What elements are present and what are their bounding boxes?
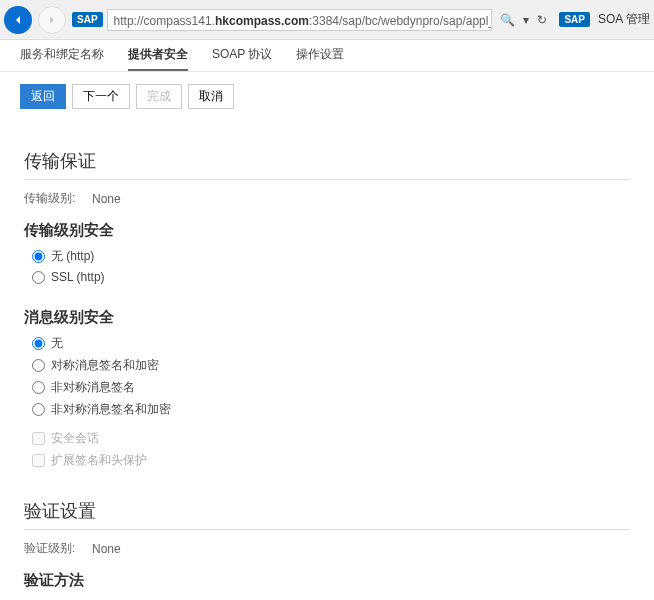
radio-none-http[interactable]: 无 (http) bbox=[32, 248, 630, 265]
transmission-level-label: 传输级别: bbox=[24, 190, 92, 207]
tab-service-binding[interactable]: 服务和绑定名称 bbox=[20, 46, 104, 71]
browser-forward-button[interactable] bbox=[38, 6, 66, 34]
auth-level-label: 验证级别: bbox=[24, 540, 92, 557]
url-bar[interactable]: http://compass141.hkcompass.com:3384/sap… bbox=[107, 9, 493, 31]
dropdown-icon[interactable]: ▾ bbox=[523, 13, 529, 27]
section-auth-settings: 验证设置 bbox=[24, 499, 630, 530]
subsection-auth-method: 验证方法 bbox=[24, 571, 630, 590]
check-extended-sign: 扩展签名和头保护 bbox=[32, 452, 630, 469]
auth-level-value: None bbox=[92, 542, 121, 556]
search-icon[interactable]: 🔍 bbox=[500, 13, 515, 27]
back-button[interactable]: 返回 bbox=[20, 84, 66, 109]
finish-button: 完成 bbox=[136, 84, 182, 109]
radio-symmetric[interactable]: 对称消息签名和加密 bbox=[32, 357, 630, 374]
check-secure-session: 安全会话 bbox=[32, 430, 630, 447]
subsection-transmission-security: 传输级别安全 bbox=[24, 221, 630, 240]
radio-msg-none[interactable]: 无 bbox=[32, 335, 630, 352]
arrow-right-icon bbox=[45, 13, 59, 27]
radio-ssl-http[interactable]: SSL (http) bbox=[32, 270, 630, 284]
refresh-icon[interactable]: ↻ bbox=[537, 13, 547, 27]
cancel-button[interactable]: 取消 bbox=[188, 84, 234, 109]
tab-soap-protocol[interactable]: SOAP 协议 bbox=[212, 46, 272, 71]
app-title: SAP SOA 管理 bbox=[555, 11, 650, 28]
arrow-left-icon bbox=[10, 12, 26, 28]
radio-asymmetric-sign-encrypt[interactable]: 非对称消息签名和加密 bbox=[32, 401, 630, 418]
tab-provider-security[interactable]: 提供者安全 bbox=[128, 46, 188, 71]
tab-operation-settings[interactable]: 操作设置 bbox=[296, 46, 344, 71]
subsection-message-security: 消息级别安全 bbox=[24, 308, 630, 327]
sap-badge: SAP bbox=[72, 12, 103, 27]
section-transmission-guarantee: 传输保证 bbox=[24, 149, 630, 180]
browser-back-button[interactable] bbox=[4, 6, 32, 34]
transmission-level-value: None bbox=[92, 192, 121, 206]
next-button[interactable]: 下一个 bbox=[72, 84, 130, 109]
radio-asymmetric-sign[interactable]: 非对称消息签名 bbox=[32, 379, 630, 396]
